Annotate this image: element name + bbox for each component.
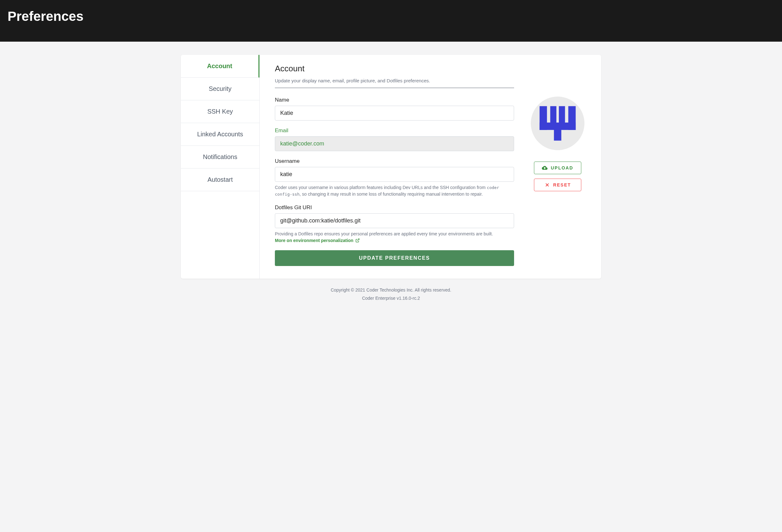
sidebar-nav: Account Security SSH Key Linked Accounts… [181,55,260,279]
name-input[interactable] [275,106,514,120]
sidebar-item-security[interactable]: Security [181,78,259,100]
dotfiles-input[interactable] [275,213,514,228]
username-input[interactable] [275,167,514,182]
version-text: Coder Enterprise v1.16.0-rc.2 [181,296,601,301]
svg-rect-6 [554,129,561,141]
sidebar-item-label: Security [209,85,231,92]
page-footer: Copyright © 2021 Coder Technologies Inc.… [181,279,601,317]
reset-label: RESET [553,182,571,187]
sidebar-item-linked-accounts[interactable]: Linked Accounts [181,123,259,146]
external-link-icon [355,238,360,243]
svg-rect-5 [568,106,576,130]
avatar-panel: UPLOAD RESET [529,64,586,266]
sidebar-item-notifications[interactable]: Notifications [181,146,259,169]
sidebar-item-label: Account [207,63,232,69]
avatar-image [531,97,584,150]
name-group: Name [275,97,514,120]
personalization-link[interactable]: More on environment personalization [275,238,360,243]
page-title: Preferences [8,9,774,24]
email-group: Email [275,128,514,151]
username-help: Coder uses your username in various plat… [275,184,514,198]
update-preferences-button[interactable]: Update Preferences [275,250,514,266]
sidebar-item-label: Linked Accounts [197,131,243,138]
close-icon [544,182,550,188]
copyright-text: Copyright © 2021 Coder Technologies Inc.… [181,287,601,292]
reset-avatar-button[interactable]: RESET [534,179,581,191]
dotfiles-group: Dotfiles Git URI Providing a Dotfiles re… [275,205,514,243]
svg-rect-3 [550,106,557,124]
upload-avatar-button[interactable]: UPLOAD [534,162,581,174]
dotfiles-label: Dotfiles Git URI [275,205,514,211]
dotfiles-help: Providing a Dotfiles repo ensures your p… [275,230,514,237]
preferences-card: Account Security SSH Key Linked Accounts… [181,55,601,279]
sidebar-item-label: Autostart [207,176,233,183]
username-group: Username Coder uses your username in var… [275,158,514,198]
sidebar-item-label: SSH Key [207,108,233,115]
sidebar-item-account[interactable]: Account [181,55,259,78]
upload-label: UPLOAD [551,165,573,170]
svg-line-0 [357,239,359,241]
sidebar-item-label: Notifications [203,153,237,160]
name-label: Name [275,97,514,103]
page-header: Preferences [0,0,782,42]
sidebar-item-ssh-key[interactable]: SSH Key [181,100,259,123]
avatar-logo-icon [537,103,578,144]
email-label: Email [275,128,514,134]
account-form: Account Update your display name, email,… [275,64,514,266]
content-area: Account Update your display name, email,… [260,55,601,279]
email-input[interactable] [275,136,514,151]
section-title: Account [275,64,514,73]
cloud-upload-icon [542,165,547,171]
sidebar-item-autostart[interactable]: Autostart [181,169,259,191]
username-label: Username [275,158,514,165]
svg-rect-4 [559,106,565,124]
link-text: More on environment personalization [275,238,353,243]
section-description: Update your display name, email, profile… [275,78,514,88]
